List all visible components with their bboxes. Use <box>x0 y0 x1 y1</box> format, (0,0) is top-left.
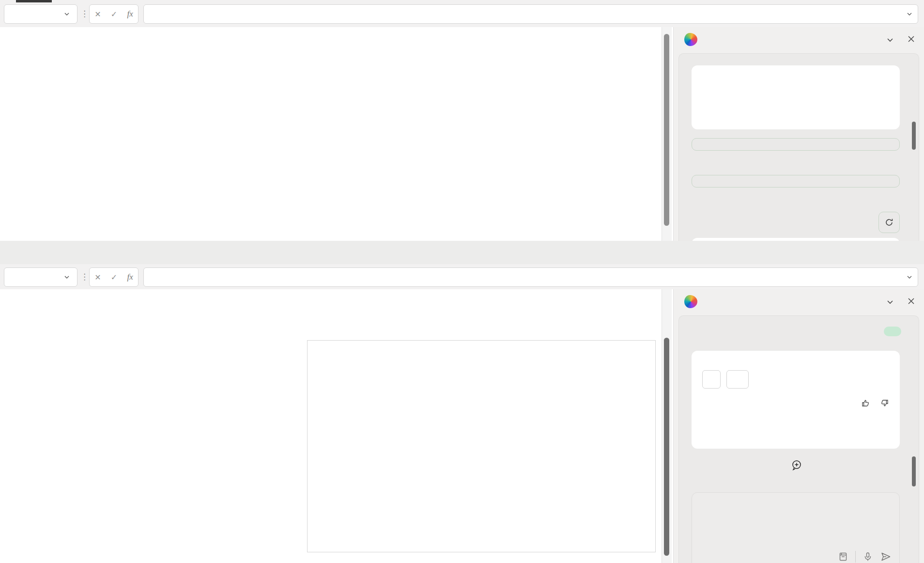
copilot-input[interactable] <box>703 504 889 540</box>
vertical-scrollbar-top[interactable] <box>662 27 672 241</box>
confirm-icon[interactable]: ✓ <box>111 273 117 282</box>
formula-actions-bottom: ✕ ✓ fx <box>89 267 139 287</box>
bottom-sheet-grid <box>0 289 673 563</box>
chevron-down-icon[interactable] <box>63 11 70 17</box>
formula-bar-bottom: ⋮ ✕ ✓ fx <box>0 264 924 289</box>
copilot-panel-bottom <box>673 289 924 563</box>
panel-scrollbar-thumb[interactable] <box>912 456 916 486</box>
collapse-panel-icon[interactable] <box>886 297 894 306</box>
thumbs-up-icon[interactable] <box>861 398 871 408</box>
drag-handle-icon: ⋮ <box>80 267 89 286</box>
prompt-library-icon[interactable] <box>838 551 848 562</box>
suggestion-chip-2[interactable] <box>692 175 900 188</box>
insert-function-icon[interactable]: fx <box>127 272 133 282</box>
suggestion-chip-1[interactable] <box>692 138 900 151</box>
copilot-panel-top <box>673 27 924 241</box>
assistant-message-card <box>692 351 900 449</box>
formula-actions-top: ✕ ✓ fx <box>89 4 139 24</box>
thumbs-down-icon[interactable] <box>879 398 889 408</box>
copilot-input-card[interactable] <box>692 492 900 563</box>
refresh-suggestions-button[interactable] <box>878 212 900 233</box>
insert-function-icon[interactable]: fx <box>127 9 133 19</box>
scrollbar-thumb[interactable] <box>664 34 669 226</box>
undo-button[interactable] <box>726 370 749 389</box>
go-back-to-table-button[interactable] <box>702 370 721 389</box>
send-icon[interactable] <box>880 551 892 563</box>
user-message-bubble <box>884 327 901 336</box>
ribbon-remnant <box>16 0 52 2</box>
refresh-icon <box>884 218 894 227</box>
name-box-bottom[interactable] <box>4 267 77 287</box>
copilot-chat-surface-top <box>678 53 919 241</box>
copilot-logo-icon <box>684 295 697 308</box>
close-panel-icon[interactable] <box>907 35 915 43</box>
change-topic-button[interactable] <box>679 459 919 471</box>
excel-split-view-with-copilot: ⋮ ✕ ✓ fx <box>0 0 924 563</box>
expand-formula-bar-icon[interactable] <box>906 274 913 281</box>
vertical-scrollbar-bottom[interactable] <box>662 289 672 563</box>
chart-suggestion-card[interactable] <box>692 65 900 129</box>
copilot-chat-surface-bottom <box>678 315 919 563</box>
copilot-header-bottom <box>674 289 924 314</box>
formula-input-bottom-field[interactable] <box>150 272 906 282</box>
formula-input-top-field[interactable] <box>150 9 906 19</box>
formula-input-bottom[interactable] <box>143 267 918 287</box>
panel-scrollbar-thumb[interactable] <box>912 122 916 150</box>
expand-formula-bar-icon[interactable] <box>906 11 913 17</box>
name-box-top-input[interactable] <box>10 10 62 19</box>
formula-bar-top: ⋮ ✕ ✓ fx <box>0 0 924 27</box>
name-box-bottom-input[interactable] <box>10 273 62 282</box>
mic-icon[interactable] <box>862 551 873 562</box>
copilot-logo-icon <box>684 33 697 46</box>
close-panel-icon[interactable] <box>907 297 915 305</box>
top-sheet-grid <box>0 27 673 241</box>
new-topic-icon <box>791 459 802 471</box>
cancel-icon[interactable]: ✕ <box>94 273 101 282</box>
collapse-panel-icon[interactable] <box>886 35 894 44</box>
formula-input-top[interactable] <box>143 4 918 24</box>
drag-handle-icon: ⋮ <box>80 4 89 23</box>
pivot-chart[interactable] <box>307 340 656 552</box>
partial-card <box>692 238 900 241</box>
divider <box>855 551 856 563</box>
copilot-header-top <box>674 27 924 52</box>
chevron-down-icon[interactable] <box>63 274 70 281</box>
cancel-icon[interactable]: ✕ <box>94 10 101 19</box>
name-box-top[interactable] <box>4 4 77 24</box>
scrollbar-thumb[interactable] <box>664 338 669 556</box>
confirm-icon[interactable]: ✓ <box>111 10 117 19</box>
